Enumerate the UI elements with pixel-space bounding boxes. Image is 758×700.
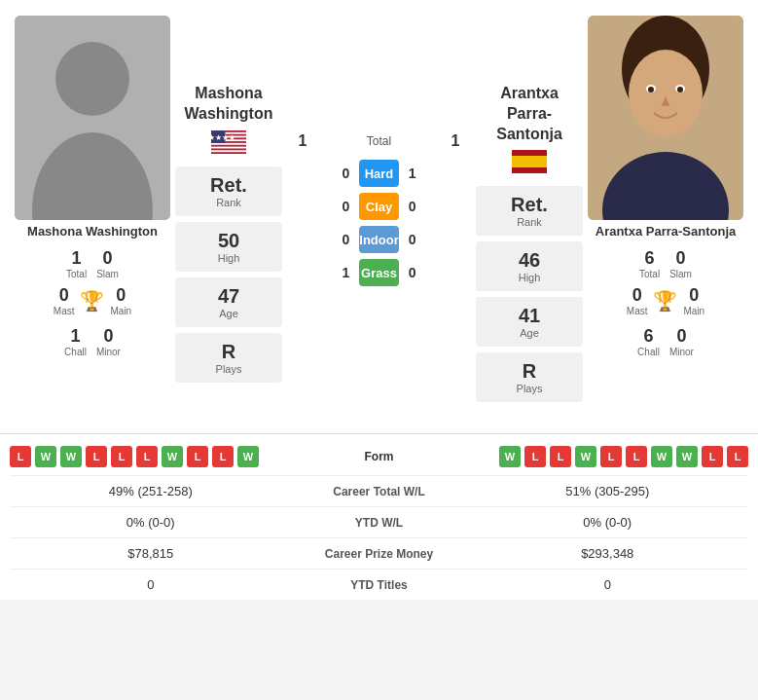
- left-high-card: 50 High: [175, 222, 282, 272]
- right-high-value: 46: [486, 249, 573, 272]
- stats-left-3: 0: [10, 577, 292, 592]
- stats-right-2: $293,348: [467, 546, 749, 561]
- right-chall-label: Chall: [637, 347, 660, 357]
- form-badge-form-left-1: W: [35, 446, 56, 467]
- right-stats-cards: Arantxa Parra-Santonja Ret. Rank 46 High…: [476, 16, 583, 408]
- left-rank-value: Ret.: [185, 174, 272, 197]
- svg-point-17: [629, 50, 703, 137]
- left-chall-label: Chall: [64, 347, 87, 357]
- form-badge-form-left-7: L: [187, 446, 208, 467]
- left-main-cell: 0 Main: [110, 285, 131, 316]
- right-chall-cell: 6 Chall: [637, 326, 660, 357]
- form-label: Form: [341, 450, 418, 463]
- form-badge-form-right-2: L: [550, 446, 571, 467]
- right-mast-value: 0: [632, 285, 642, 306]
- left-player-photo: [15, 16, 170, 220]
- main-container: Mashona Washington 1 Total 0 Slam 0 Mast: [0, 0, 758, 600]
- surface-right-indoor: 0: [399, 232, 426, 247]
- left-plays-label: Plays: [185, 363, 272, 375]
- form-badge-form-left-5: L: [136, 446, 158, 467]
- form-left: LWWLLLWLLW: [10, 446, 341, 467]
- top-section: Mashona Washington 1 Total 0 Slam 0 Mast: [0, 0, 758, 424]
- form-badge-form-left-6: W: [162, 446, 183, 467]
- surface-btn-grass: Grass: [359, 259, 398, 286]
- left-total-cell: 1 Total: [66, 248, 87, 279]
- stats-right-0: 51% (305-295): [467, 484, 749, 498]
- left-trophy-icon: 🏆: [80, 289, 104, 313]
- right-mast-cell: 0 Mast: [627, 285, 648, 316]
- right-main-label: Main: [683, 306, 704, 316]
- form-badge-form-left-0: L: [10, 446, 31, 467]
- surface-btn-clay: Clay: [359, 193, 398, 220]
- form-section: LWWLLLWLLW Form WLLWLLWWLL: [10, 446, 748, 467]
- svg-point-20: [648, 87, 654, 92]
- left-slam-value: 0: [103, 248, 113, 269]
- stats-right-1: 0% (0-0): [467, 515, 749, 530]
- svg-rect-7: [211, 143, 246, 145]
- left-flag: ★★★★★: [211, 130, 246, 157]
- form-right: WLLWLLWWLL: [418, 446, 749, 467]
- middle-col: 1 Total 1 0 Hard 1 0 Clay 0 0 Indoor 0 1…: [282, 16, 476, 408]
- stats-center-1: YTD W/L: [292, 516, 467, 530]
- right-scores-row-2: 6 Chall 0 Minor: [587, 326, 744, 357]
- form-badge-form-right-9: L: [727, 446, 748, 467]
- surface-left-indoor: 0: [332, 232, 359, 247]
- left-high-label: High: [185, 252, 272, 264]
- player-right-col: Arantxa Parra-Santonja 6 Total 0 Slam 0 …: [583, 16, 748, 408]
- stats-center-0: Career Total W/L: [292, 485, 467, 498]
- left-chall-value: 1: [70, 326, 80, 347]
- surface-left-hard: 0: [332, 166, 359, 181]
- right-flag: [512, 150, 547, 176]
- left-player-name-under: Mashona Washington: [15, 224, 170, 239]
- left-minor-cell: 0 Minor: [96, 326, 121, 357]
- left-chall-cell: 1 Chall: [64, 326, 87, 357]
- svg-point-21: [677, 87, 683, 92]
- right-high-label: High: [486, 272, 573, 283]
- left-age-label: Age: [185, 308, 272, 319]
- left-minor-value: 0: [103, 326, 113, 347]
- form-badge-form-right-8: L: [702, 446, 723, 467]
- stats-left-1: 0% (0-0): [10, 515, 292, 530]
- form-badge-form-left-4: L: [111, 446, 132, 467]
- left-stats-cards: Mashona Washington ★★★★★ Ret.: [175, 16, 282, 408]
- form-badge-form-left-3: L: [86, 446, 107, 467]
- stats-center-2: Career Prize Money: [292, 547, 467, 561]
- form-badge-form-right-3: W: [575, 446, 596, 467]
- surface-row-indoor: 0 Indoor 0: [332, 226, 425, 253]
- right-minor-value: 0: [676, 326, 686, 347]
- stats-row-1: 0% (0-0) YTD W/L 0% (0-0): [10, 506, 748, 537]
- total-row: 1 Total 1: [288, 132, 470, 150]
- surface-left-grass: 1: [332, 265, 359, 280]
- left-main-value: 0: [116, 285, 126, 306]
- right-high-card: 46 High: [476, 241, 583, 291]
- right-plays-label: Plays: [486, 383, 573, 394]
- form-badge-form-left-2: W: [60, 446, 82, 467]
- right-plays-value: R: [486, 360, 573, 383]
- left-rank-label: Rank: [185, 197, 272, 208]
- surface-right-hard: 1: [399, 166, 426, 181]
- surface-right-clay: 0: [399, 199, 426, 214]
- left-total-value: 1: [72, 248, 82, 269]
- stats-left-0: 49% (251-258): [10, 484, 292, 498]
- right-player-name-under: Arantxa Parra-Santonja: [588, 224, 743, 239]
- surface-right-grass: 0: [399, 265, 426, 280]
- left-trophy-row: 0 Mast 🏆 0 Main: [14, 285, 171, 316]
- left-rank-card: Ret. Rank: [175, 166, 282, 216]
- left-photo-wrapper: Mashona Washington: [15, 16, 170, 239]
- right-trophy-row: 0 Mast 🏆 0 Main: [587, 285, 744, 316]
- form-badge-form-right-6: W: [651, 446, 672, 467]
- surface-row-grass: 1 Grass 0: [332, 259, 425, 286]
- left-age-value: 47: [185, 285, 272, 308]
- right-scores-row-1: 6 Total 0 Slam: [587, 248, 744, 279]
- stats-right-3: 0: [467, 577, 749, 592]
- right-age-value: 41: [486, 305, 573, 327]
- surface-row-hard: 0 Hard 1: [332, 160, 425, 187]
- left-minor-label: Minor: [96, 347, 121, 357]
- total-label: Total: [317, 134, 441, 148]
- svg-point-1: [55, 42, 129, 116]
- form-badge-form-right-7: W: [676, 446, 698, 467]
- left-main-label: Main: [110, 306, 131, 316]
- total-left: 1: [288, 132, 317, 150]
- stats-left-2: $78,815: [10, 546, 292, 561]
- left-scores-row-1: 1 Total 0 Slam: [14, 248, 171, 279]
